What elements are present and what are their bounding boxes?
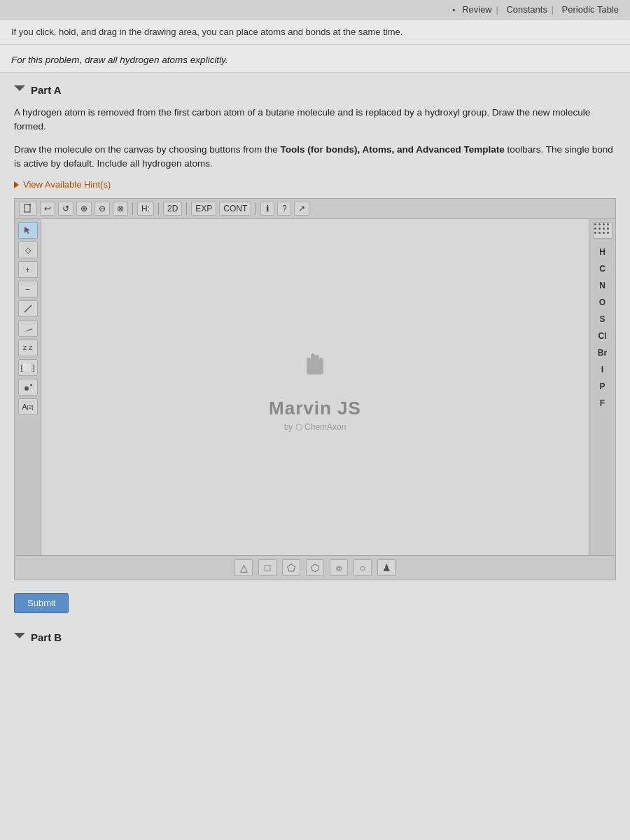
toolbar-separator-3 xyxy=(186,202,187,215)
left-tools-panel: ◇ + − Z Z [⬜] A[2] xyxy=(15,219,41,555)
marvin-logo-sub: by ⬡ ChemAxon xyxy=(269,422,361,432)
exp-button[interactable]: EXP xyxy=(191,202,216,216)
part-a-description-2: Draw the molecule on the canvas by choos… xyxy=(14,143,616,172)
bracket-tool[interactable]: [⬜] xyxy=(18,359,38,376)
review-link[interactable]: Review xyxy=(462,4,492,15)
atom-O[interactable]: O xyxy=(593,295,612,310)
part-a-title: Part A xyxy=(31,84,62,96)
periodic-table-button[interactable] xyxy=(593,222,612,239)
top-bar: ▪ Review | Constants | Periodic Table xyxy=(0,0,630,20)
single-bond-tool[interactable] xyxy=(18,300,38,317)
svg-rect-0 xyxy=(24,204,30,212)
drawing-canvas[interactable]: Marvin JS by ⬡ ChemAxon xyxy=(41,219,589,555)
help-button[interactable]: ? xyxy=(277,202,291,216)
marvin-toolbar: ↩ ↺ ⊕ ⊖ ⊗ H: 2D EXP CONT ℹ ? ↗ xyxy=(15,199,615,219)
new-button[interactable] xyxy=(19,202,37,216)
hint-arrow-icon xyxy=(14,181,19,188)
part-a-description-1: A hydrogen atom is removed from the firs… xyxy=(14,106,616,134)
toolbar-separator-1 xyxy=(132,202,133,215)
atom-I[interactable]: I xyxy=(593,362,612,377)
marvin-logo-text: Marvin JS xyxy=(269,398,361,419)
info-bar: If you click, hold, and drag in the draw… xyxy=(0,20,630,45)
marvin-logo-icon xyxy=(269,342,361,392)
atom-N[interactable]: N xyxy=(593,278,612,293)
periodic-table-link[interactable]: Periodic Table xyxy=(562,4,619,15)
hint-label: View Available Hint(s) xyxy=(23,179,111,190)
zoom-in-button[interactable]: ⊕ xyxy=(76,202,92,216)
svg-rect-12 xyxy=(307,369,323,374)
part-b-title: Part B xyxy=(31,631,62,643)
hint-link[interactable]: View Available Hint(s) xyxy=(14,179,616,190)
hydrogen-button[interactable]: H: xyxy=(137,202,154,216)
charge-tool[interactable] xyxy=(18,379,38,396)
constants-link[interactable]: Constants xyxy=(506,4,547,15)
part-b-collapse-arrow[interactable] xyxy=(14,633,25,643)
wedge-bond-tool[interactable] xyxy=(18,320,38,337)
circle-tool[interactable]: ○ xyxy=(354,559,372,576)
hexagon-tool[interactable]: ⬡ xyxy=(306,559,324,576)
toolbar-separator-2 xyxy=(158,202,159,215)
part-a-collapse-arrow[interactable] xyxy=(14,85,25,95)
2d-button[interactable]: 2D xyxy=(163,202,182,216)
ring-tool[interactable]: ⌾ xyxy=(330,559,348,576)
cont-button[interactable]: CONT xyxy=(219,202,251,216)
svg-line-3 xyxy=(24,305,31,312)
separator-1: | xyxy=(496,4,498,15)
svg-marker-4 xyxy=(24,328,31,332)
atom-Cl[interactable]: Cl xyxy=(593,328,612,344)
redo-button[interactable]: ↺ xyxy=(58,202,74,216)
info-text: If you click, hold, and drag in the draw… xyxy=(11,27,402,37)
marvin-editor: ↩ ↺ ⊕ ⊖ ⊗ H: 2D EXP CONT ℹ ? ↗ ◇ xyxy=(14,198,616,580)
atom-H[interactable]: H xyxy=(593,244,612,260)
atom-P[interactable]: P xyxy=(593,379,612,394)
toolbar-separator-4 xyxy=(255,202,256,215)
submit-button[interactable]: Submit xyxy=(14,593,69,613)
zoom-out-button[interactable]: ⊖ xyxy=(94,202,110,216)
instruction-bar: For this problem, draw all hydrogen atom… xyxy=(0,45,630,73)
zoom-fit-button[interactable]: ⊗ xyxy=(113,202,128,216)
svg-point-5 xyxy=(24,386,29,391)
atom-Br[interactable]: Br xyxy=(593,345,612,360)
marvin-body: ◇ + − Z Z [⬜] A[2] xyxy=(15,219,615,555)
undo-button[interactable]: ↩ xyxy=(40,202,55,216)
square-tool[interactable]: □ xyxy=(258,559,276,576)
part-a-header: Part A xyxy=(14,84,616,96)
lasso-tool[interactable]: ◇ xyxy=(18,241,38,258)
atom-F[interactable]: F xyxy=(593,396,612,411)
main-content: Part A A hydrogen atom is removed from t… xyxy=(0,73,630,840)
triangle-tool[interactable]: △ xyxy=(234,559,253,576)
atom-C[interactable]: C xyxy=(593,261,612,276)
instruction-text: For this problem, draw all hydrogen atom… xyxy=(11,55,228,65)
atom-label-tool[interactable]: A[2] xyxy=(18,398,38,415)
expand-button[interactable]: ↗ xyxy=(294,202,309,216)
right-atoms-panel: H C N O S Cl Br I P F xyxy=(589,219,615,555)
remove-tool[interactable]: − xyxy=(18,281,38,298)
info-button[interactable]: ℹ xyxy=(260,202,274,216)
bottom-tools-panel: △ □ ⬠ ⬡ ⌾ ○ ♟ xyxy=(15,555,615,580)
marvin-logo: Marvin JS by ⬡ ChemAxon xyxy=(269,342,361,432)
review-icon: ▪ xyxy=(453,6,456,14)
part-b-header: Part B xyxy=(14,631,616,643)
atom-S[interactable]: S xyxy=(593,312,612,327)
pentagon-tool[interactable]: ⬠ xyxy=(282,559,300,576)
fragment-tool[interactable]: ♟ xyxy=(377,559,396,576)
part-b-section: Part B xyxy=(14,631,616,643)
separator-2: | xyxy=(552,4,554,15)
svg-marker-2 xyxy=(24,227,30,234)
add-atom-tool[interactable]: + xyxy=(18,261,38,278)
select-tool[interactable] xyxy=(18,222,38,239)
stereo-tool[interactable]: Z Z xyxy=(18,340,38,356)
